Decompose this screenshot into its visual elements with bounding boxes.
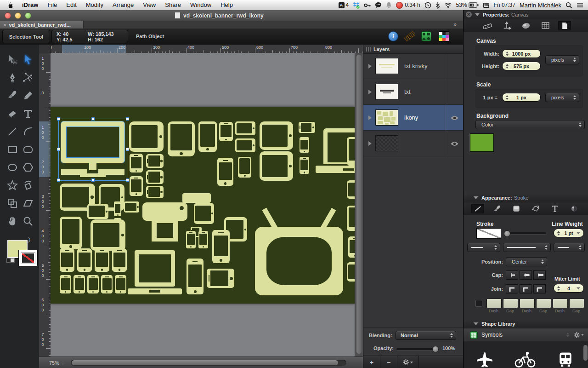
symbol-cyclist[interactable]	[512, 349, 538, 368]
default-colors-icon[interactable]	[6, 258, 15, 263]
canvas-icon-phone-p[interactable]	[300, 137, 309, 153]
layer-row-unnamed[interactable]	[363, 131, 464, 156]
tab-overflow-chevron[interactable]: »	[453, 21, 457, 28]
rounded-rect-tool[interactable]	[21, 143, 35, 156]
canvas-icon-tablet-p[interactable]	[238, 157, 251, 178]
stroke-preview[interactable]	[476, 228, 501, 239]
tab-measure[interactable]	[481, 21, 494, 30]
miter-limit-field[interactable]: 4	[554, 284, 584, 293]
layer-row-txt[interactable]: txt	[363, 79, 464, 105]
disclosure-triangle-icon[interactable]	[368, 141, 372, 146]
canvas-icon-printer[interactable]	[142, 202, 187, 242]
layer-thumbnail[interactable]	[375, 58, 398, 74]
stroke-position-dropdown[interactable]: Center	[506, 257, 547, 266]
appearance-tab-stroke[interactable]	[471, 204, 484, 213]
tab-grid[interactable]	[539, 21, 552, 30]
canvas-icon-phone-p[interactable]	[77, 248, 92, 272]
screen-recording-menulet[interactable]: 0:34 h	[396, 2, 420, 9]
info-button[interactable]: i	[387, 31, 399, 42]
layer-settings-button[interactable]	[397, 356, 419, 368]
canvas-icon-phone-p[interactable]	[130, 154, 143, 172]
line-tool[interactable]	[6, 125, 19, 138]
bluetooth-icon[interactable]	[435, 2, 440, 9]
tab-transform[interactable]	[500, 21, 513, 30]
spotlight-search-icon[interactable]	[565, 2, 572, 9]
arc-tool[interactable]	[21, 125, 35, 138]
close-window-button[interactable]	[5, 12, 11, 19]
dash-gap-field-5[interactable]	[553, 299, 568, 308]
canvas-icon-tv[interactable]	[255, 205, 343, 295]
join-miter-button[interactable]	[506, 284, 518, 293]
join-round-button[interactable]	[520, 284, 532, 293]
canvas-icon-tablet-p[interactable]	[168, 121, 195, 156]
menu-view[interactable]: View	[138, 0, 160, 10]
rotate-tool[interactable]	[21, 178, 35, 192]
cap-round-button[interactable]	[520, 270, 532, 280]
dash-gap-field-2[interactable]	[503, 299, 518, 308]
wifi-icon[interactable]	[444, 2, 452, 8]
appearance-tab-style[interactable]	[529, 204, 542, 213]
canvas-icon-laptop2[interactable]	[128, 250, 182, 294]
text-tool[interactable]	[21, 107, 35, 121]
dash-gap-field-1[interactable]	[486, 299, 502, 308]
symbols-scrollbar[interactable]	[583, 345, 588, 361]
canvas-icon-tablet-l[interactable]	[87, 204, 108, 219]
canvas-icon-tablet-l[interactable]	[347, 262, 355, 282]
remove-layer-button[interactable]: −	[380, 356, 397, 368]
menu-arrange[interactable]: Arrange	[108, 0, 138, 10]
shape-library-header[interactable]: Shape Library	[464, 319, 588, 328]
symbol-airplane[interactable]	[472, 349, 498, 368]
dash-enable-checkbox[interactable]	[475, 300, 482, 307]
panel-close-icon[interactable]: ✕	[466, 12, 472, 17]
apple-icon[interactable]	[0, 1, 17, 9]
properties-panel-header[interactable]: ✕ Properties: Canvas	[464, 10, 588, 19]
canvas-icon-phone-p[interactable]	[60, 248, 74, 272]
swap-colors-icon[interactable]: ⤸	[25, 236, 31, 245]
horizontal-scrollbar[interactable]	[71, 360, 346, 366]
appearance-tab-text[interactable]	[548, 204, 561, 213]
canvas-icon-tablet-l[interactable]	[260, 121, 293, 150]
symbol-bus[interactable]	[553, 349, 578, 368]
canvas-icon-phone-p[interactable]	[217, 158, 233, 186]
canvas-icon-tablet-p[interactable]	[347, 206, 355, 231]
canvas-icon-tablet-p[interactable]	[198, 121, 217, 152]
scale-units-dropdown[interactable]: pixels	[545, 93, 579, 102]
line-weight-field[interactable]: 1 pt	[554, 229, 584, 237]
node-tool[interactable]	[21, 71, 35, 85]
collapse-triangle-icon[interactable]	[475, 13, 480, 16]
background-color-swatch[interactable]	[470, 133, 494, 152]
measure-button[interactable]	[404, 31, 416, 42]
background-mode-dropdown[interactable]: Color	[475, 120, 585, 129]
arrow-end-dropdown[interactable]	[554, 243, 585, 252]
layer-visibility-toggle[interactable]	[445, 53, 464, 79]
canvas-icon-phone-p[interactable]	[187, 259, 204, 294]
zoom-window-button[interactable]	[25, 12, 31, 19]
opacity-slider[interactable]	[396, 348, 438, 350]
canvas[interactable]	[51, 107, 355, 304]
arrow-start-dropdown[interactable]	[467, 243, 500, 252]
dropbox-icon[interactable]	[353, 2, 360, 9]
collection-stepper[interactable]	[566, 333, 569, 337]
canvas-icon-phone-p[interactable]	[101, 275, 113, 293]
canvas-icon-tablet-l[interactable]	[194, 203, 214, 224]
canvas-icon-phone-p[interactable]	[198, 231, 208, 248]
canvas-icon-phone-p[interactable]	[130, 176, 143, 196]
canvas-icon-phone-p[interactable]	[300, 157, 309, 174]
menu-window[interactable]: Window	[186, 0, 216, 10]
canvas-icon-phone-l[interactable]	[146, 154, 164, 168]
fast-user-switch[interactable]: Martin Michálek	[520, 2, 561, 9]
canvas-icon-tablet-p[interactable]	[60, 217, 82, 249]
canvas-icon-tablet-sq[interactable]	[124, 201, 139, 213]
stroke-width-slider[interactable]	[506, 232, 546, 234]
canvas-icon-tablet-l[interactable]	[129, 121, 164, 152]
dash-style-dropdown[interactable]	[503, 243, 551, 252]
canvas-icon-tablet-l[interactable]	[347, 180, 355, 199]
menu-share[interactable]: Share	[160, 0, 186, 10]
notification-center-icon[interactable]	[577, 2, 583, 8]
canvas-icon-phone-l[interactable]	[299, 122, 315, 133]
menu-help[interactable]: Help	[216, 0, 237, 10]
blending-dropdown[interactable]: Normal	[396, 331, 456, 340]
canvas-icon-phone-p[interactable]	[95, 248, 109, 272]
cap-square-button[interactable]	[533, 270, 546, 280]
layer-visibility-toggle[interactable]	[445, 79, 464, 105]
